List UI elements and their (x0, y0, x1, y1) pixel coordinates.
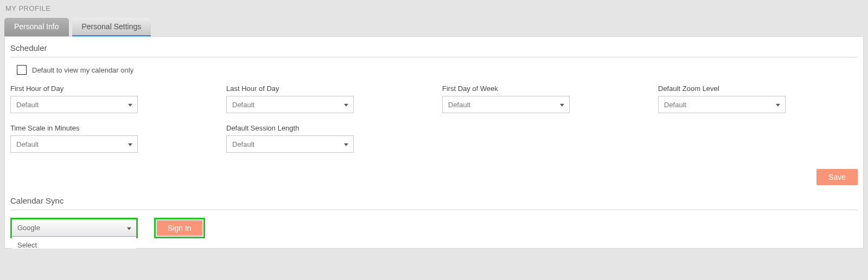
scheduler-form-grid: First Hour of Day Default Last Hour of D… (10, 84, 858, 153)
signin-highlight: Sign In (154, 218, 205, 238)
divider (10, 57, 858, 57)
session-length-label: Default Session Length (226, 124, 426, 132)
default-calendar-label: Default to view my calendar only (32, 66, 133, 74)
default-calendar-checkbox-row: Default to view my calendar only (17, 65, 858, 75)
session-length-select[interactable]: Default (226, 135, 354, 153)
time-scale-select[interactable]: Default (10, 135, 138, 153)
sync-provider-select[interactable]: Google (12, 219, 136, 237)
tab-bar: Personal Info Personal Settings (0, 18, 868, 36)
first-hour-field: First Hour of Day Default (10, 84, 210, 113)
last-hour-label: Last Hour of Day (226, 84, 426, 93)
last-hour-select[interactable]: Default (226, 96, 354, 113)
sync-provider-wrapper: Google Select Google Outlook (12, 219, 136, 237)
time-scale-label: Time Scale in Minutes (10, 124, 210, 132)
first-hour-select[interactable]: Default (10, 96, 138, 113)
zoom-level-label: Default Zoom Level (658, 84, 858, 93)
save-button[interactable]: Save (816, 169, 858, 185)
tab-personal-settings[interactable]: Personal Settings (72, 18, 151, 36)
sync-provider-dropdown: Select Google Outlook (12, 237, 136, 249)
scheduler-heading: Scheduler (10, 43, 858, 53)
save-row: Save (10, 169, 858, 185)
first-hour-label: First Hour of Day (10, 84, 210, 93)
settings-panel: Scheduler Default to view my calendar on… (4, 36, 864, 249)
signin-button[interactable]: Sign In (157, 220, 202, 236)
zoom-level-field: Default Zoom Level Default (658, 84, 858, 113)
calendar-sync-heading: Calendar Sync (10, 196, 858, 205)
default-calendar-checkbox[interactable] (17, 65, 27, 75)
sync-provider-highlight: Google Select Google Outlook (10, 218, 138, 238)
page-title: MY PROFILE (0, 0, 868, 18)
time-scale-field: Time Scale in Minutes Default (10, 124, 210, 153)
tab-personal-info[interactable]: Personal Info (4, 18, 69, 36)
first-day-label: First Day of Week (442, 84, 642, 93)
session-length-field: Default Session Length Default (226, 124, 426, 153)
first-day-select[interactable]: Default (442, 96, 570, 113)
first-day-field: First Day of Week Default (442, 84, 642, 113)
sync-option-select[interactable]: Select (12, 237, 136, 249)
divider (10, 210, 858, 210)
last-hour-field: Last Hour of Day Default (226, 84, 426, 113)
zoom-level-select[interactable]: Default (658, 96, 786, 113)
calendar-sync-row: Google Select Google Outlook Sign In (10, 218, 858, 238)
